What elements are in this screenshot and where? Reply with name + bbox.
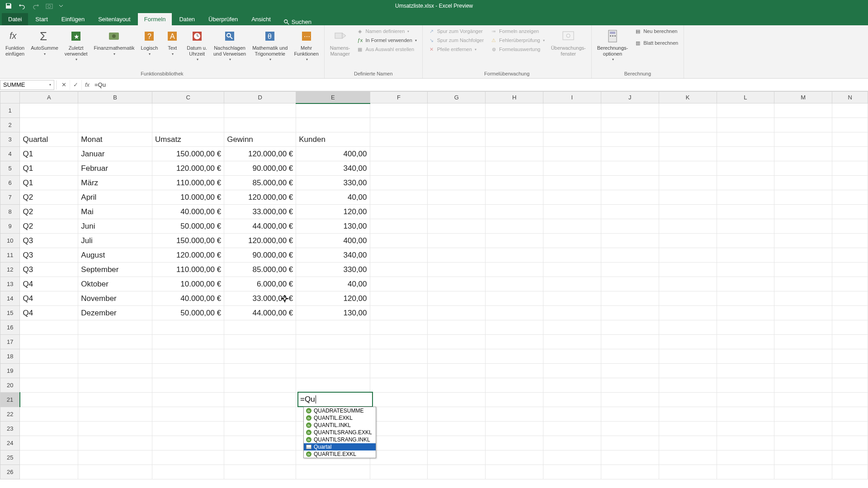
autocomplete-item[interactable]: fxQUANTILSRANG.EXKL (304, 429, 376, 436)
cell[interactable] (832, 103, 868, 118)
row-header[interactable]: 15 (0, 306, 20, 320)
cell[interactable] (659, 176, 717, 190)
cell[interactable] (486, 320, 543, 335)
cell[interactable]: September (78, 263, 152, 277)
cell[interactable] (224, 450, 296, 465)
save-icon[interactable] (4, 1, 14, 11)
cell[interactable] (428, 277, 486, 291)
cell[interactable] (78, 436, 152, 450)
cell[interactable] (152, 465, 224, 479)
cell[interactable]: Q3 (20, 263, 78, 277)
cell[interactable] (428, 263, 486, 277)
cell[interactable]: 120.000,00 € (224, 234, 296, 248)
row-header[interactable]: 23 (0, 422, 20, 436)
autocomplete-item[interactable]: Quartal (304, 443, 376, 450)
cell[interactable] (601, 364, 659, 378)
cell[interactable] (774, 248, 832, 263)
column-header[interactable]: M (774, 92, 832, 103)
cell[interactable] (774, 277, 832, 291)
cell[interactable] (20, 465, 78, 479)
tab-data[interactable]: Daten (173, 13, 201, 25)
watch-window-button[interactable]: Überwachungs- fenster (549, 27, 588, 57)
column-header[interactable]: N (832, 92, 868, 103)
cell[interactable] (774, 103, 832, 118)
tab-pagelayout[interactable]: Seitenlayout (92, 13, 137, 25)
autocomplete-item[interactable]: fxQUADRATESUMME (304, 407, 376, 414)
cell[interactable] (428, 378, 486, 393)
cell[interactable] (152, 349, 224, 364)
cell[interactable] (601, 407, 659, 422)
cell[interactable] (152, 118, 224, 132)
cell[interactable] (543, 465, 601, 479)
cell[interactable] (224, 407, 296, 422)
cell[interactable] (717, 291, 774, 306)
cell[interactable] (20, 378, 78, 393)
cell[interactable] (20, 364, 78, 378)
cell[interactable] (370, 407, 428, 422)
cell[interactable]: Februar (78, 161, 152, 176)
cell[interactable] (224, 103, 296, 118)
row-header[interactable]: 18 (0, 349, 20, 364)
cell[interactable] (370, 378, 428, 393)
cell[interactable] (428, 335, 486, 349)
cell[interactable] (486, 349, 543, 364)
cell[interactable] (224, 465, 296, 479)
cell[interactable]: 50.000,00 € (152, 219, 224, 234)
cell[interactable] (543, 118, 601, 132)
cell[interactable] (543, 219, 601, 234)
row-header[interactable]: 22 (0, 407, 20, 422)
cell[interactable] (428, 436, 486, 450)
cell[interactable] (659, 364, 717, 378)
cell[interactable] (659, 436, 717, 450)
cell[interactable] (774, 132, 832, 147)
cell[interactable] (659, 291, 717, 306)
cell[interactable]: 130,00 (296, 219, 370, 234)
cell[interactable] (370, 147, 428, 161)
row-header[interactable]: 13 (0, 277, 20, 291)
cell[interactable] (717, 349, 774, 364)
row-header[interactable]: 16 (0, 320, 20, 335)
cell[interactable] (774, 161, 832, 176)
cell[interactable] (717, 364, 774, 378)
cell[interactable]: Q4 (20, 277, 78, 291)
cell[interactable] (601, 436, 659, 450)
name-manager-button[interactable]: Namens- Manager (328, 27, 352, 57)
cell[interactable] (659, 349, 717, 364)
cell[interactable] (774, 335, 832, 349)
datetime-button[interactable]: Datum u. Uhrzeit▾ (185, 27, 209, 62)
column-header[interactable]: E (296, 92, 370, 103)
column-header[interactable]: F (370, 92, 428, 103)
cell[interactable]: 40.000,00 € (152, 291, 224, 306)
cell[interactable] (20, 407, 78, 422)
cell[interactable] (486, 176, 543, 190)
cell[interactable]: 330,00 (296, 263, 370, 277)
cell[interactable]: 130,00 (296, 306, 370, 320)
row-header[interactable]: 8 (0, 205, 20, 219)
cell[interactable] (774, 349, 832, 364)
cell[interactable] (832, 450, 868, 465)
column-header[interactable]: J (601, 92, 659, 103)
cell[interactable] (659, 465, 717, 479)
cell[interactable] (543, 161, 601, 176)
cell[interactable] (601, 161, 659, 176)
cell[interactable]: Kunden (296, 132, 370, 147)
cell[interactable] (370, 277, 428, 291)
cell[interactable]: Q2 (20, 190, 78, 205)
cell[interactable] (832, 306, 868, 320)
cell[interactable] (486, 190, 543, 205)
cell[interactable] (832, 147, 868, 161)
cell[interactable] (296, 378, 370, 393)
spreadsheet-grid[interactable]: ABCDEFGHIJKLMN123QuartalMonatUmsatzGewin… (0, 91, 868, 479)
cell[interactable] (717, 118, 774, 132)
cell[interactable] (370, 103, 428, 118)
cell[interactable] (659, 248, 717, 263)
cell[interactable] (296, 103, 370, 118)
insert-function-button[interactable]: fx Funktion einfügen (4, 27, 26, 57)
cell[interactable] (543, 176, 601, 190)
cell[interactable] (152, 450, 224, 465)
cell[interactable] (543, 349, 601, 364)
cell[interactable] (78, 364, 152, 378)
name-box[interactable]: SUMME ▾ (0, 80, 54, 90)
cell[interactable] (717, 176, 774, 190)
cell[interactable] (601, 277, 659, 291)
